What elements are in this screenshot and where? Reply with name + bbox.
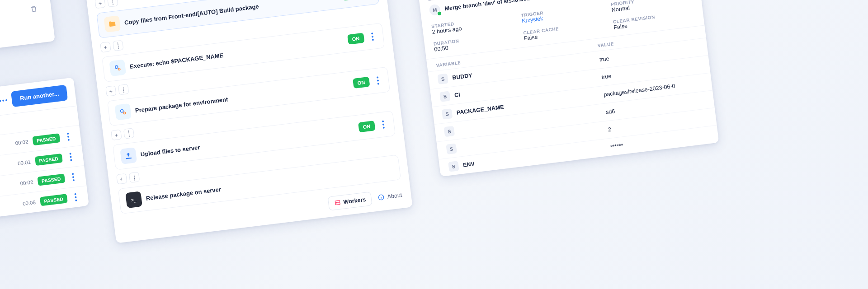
- insert-button[interactable]: ┊: [129, 172, 140, 183]
- on-toggle[interactable]: ON: [347, 33, 365, 45]
- gear-icon: [114, 103, 132, 121]
- more-icon[interactable]: [373, 76, 382, 85]
- var-type-icon: S: [444, 126, 455, 137]
- gear-icon: [109, 59, 126, 76]
- passed-badge: PASSED: [32, 133, 60, 145]
- insert-button[interactable]: ┊: [118, 84, 129, 95]
- var-type-icon: S: [442, 108, 453, 120]
- more-icon[interactable]: [368, 32, 377, 41]
- add-button[interactable]: +: [116, 173, 127, 185]
- insert-button[interactable]: ┊: [123, 128, 135, 139]
- more-icon[interactable]: [0, 99, 8, 102]
- runs-card: Run another... 296 dev-integrity -439 00…: [0, 78, 89, 232]
- run-time: 00:02: [15, 139, 28, 146]
- workers-card: SMTP AA rkload and speed up pipeline exe…: [0, 0, 55, 66]
- run-another-button[interactable]: Run another...: [11, 85, 68, 107]
- insert-button[interactable]: ┊: [113, 40, 124, 51]
- svg-point-16: [123, 112, 126, 114]
- passed-badge: PASSED: [34, 154, 62, 166]
- more-icon[interactable]: [379, 120, 388, 129]
- workers-button[interactable]: Workers: [327, 191, 373, 211]
- var-type-icon: S: [439, 91, 451, 102]
- var-type-icon: S: [448, 161, 459, 172]
- svg-point-15: [120, 109, 123, 112]
- svg-point-13: [115, 65, 118, 69]
- passed-badge: PASSED: [39, 194, 67, 206]
- avatar: M: [429, 4, 441, 16]
- terminal-icon: >_: [125, 191, 142, 208]
- pipeline-card: + Pipelines / Pipeline: app.sd6.com dev-…: [75, 0, 413, 243]
- add-button[interactable]: +: [111, 130, 122, 141]
- svg-rect-18: [335, 203, 340, 205]
- on-toggle[interactable]: ON: [358, 121, 375, 132]
- on-toggle[interactable]: ON: [353, 77, 370, 89]
- trash-icon[interactable]: [30, 5, 38, 13]
- add-button[interactable]: +: [100, 42, 111, 53]
- insert-button[interactable]: ┊: [107, 0, 118, 7]
- svg-rect-17: [335, 200, 340, 203]
- more-icon[interactable]: [66, 152, 75, 161]
- more-icon[interactable]: [71, 193, 80, 202]
- add-button[interactable]: +: [94, 0, 106, 9]
- add-button[interactable]: +: [105, 85, 117, 97]
- folder-icon: [104, 15, 121, 33]
- about-link[interactable]: About: [377, 191, 402, 201]
- upload-icon: [120, 147, 137, 164]
- more-icon[interactable]: [64, 132, 73, 141]
- run-time: 00:02: [20, 179, 33, 186]
- var-type-icon: S: [437, 74, 448, 85]
- passed-badge: PASSED: [37, 174, 65, 186]
- run-title: ont-end/[AUTO] Build package: [0, 201, 19, 224]
- var-type-icon: S: [446, 143, 457, 154]
- run-time: 00:01: [17, 159, 31, 166]
- more-icon[interactable]: [69, 172, 78, 182]
- svg-point-14: [118, 68, 120, 70]
- run-detail-card: Pipeline: app.sd6.com / Run: #296 dev-in…: [412, 0, 719, 177]
- on-toggle[interactable]: ON: [342, 0, 359, 1]
- run-time: 00:08: [22, 200, 36, 206]
